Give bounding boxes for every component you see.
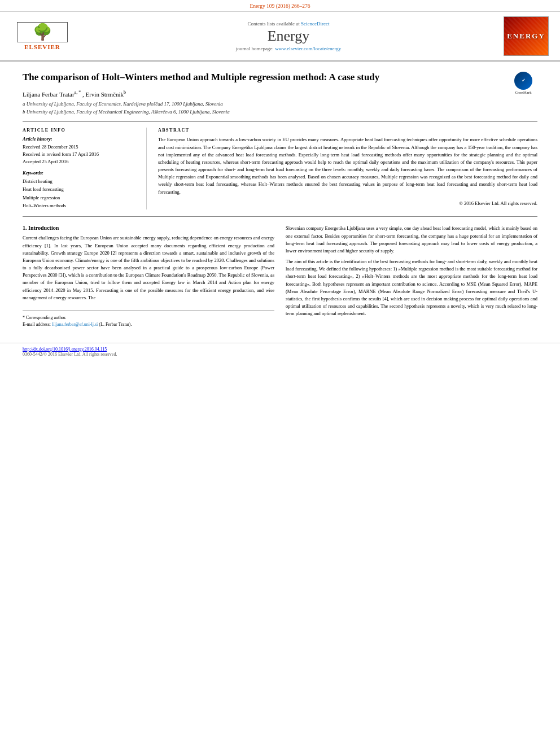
elsevier-wordmark: ELSEVIER	[24, 43, 60, 50]
journal-reference: Energy 109 (2016) 266–276	[250, 3, 310, 9]
keyword-1: District heating	[23, 177, 138, 185]
energy-logo-text: ENERGY	[507, 32, 545, 41]
affiliation-b: b University of Ljubljana, Faculty of Me…	[23, 108, 537, 116]
crossmark-icon: ✓	[514, 72, 532, 90]
affiliations: a University of Ljubljana, Faculty of Ec…	[23, 101, 537, 116]
abstract-text: The European Union approach towards a lo…	[158, 136, 537, 195]
intro-para-2: Slovenian company Energetika Ljubljana u…	[286, 225, 537, 255]
journal-reference-bar: Energy 109 (2016) 266–276	[0, 0, 560, 12]
abstract-column: ABSTRACT The European Union approach tow…	[158, 128, 537, 209]
body-col-left: 1. Introduction Current challenges facin…	[23, 225, 274, 328]
footnote-area: * Corresponding author. E-mail address: …	[23, 311, 274, 328]
article-title-area: The comparison of Holt–Winters method an…	[23, 71, 537, 84]
homepage-line: journal homepage: www.elsevier.com/locat…	[80, 46, 497, 51]
issn-line: 0360-5442/© 2016 Elsevier Ltd. All right…	[23, 352, 537, 357]
author-1-sup: a, *	[75, 90, 81, 95]
article-title-text: The comparison of Holt–Winters method an…	[23, 72, 379, 82]
contents-line: Contents lists available at ScienceDirec…	[80, 21, 497, 27]
keyword-3: Multiple regression	[23, 194, 138, 202]
keyword-2: Heat load forecasting	[23, 185, 138, 193]
footnote-email-link[interactable]: liljana.ferbar@ef.uni-lj.si	[52, 322, 98, 327]
crossmark-badge: ✓ CrossMark	[509, 71, 537, 96]
abstract-heading: ABSTRACT	[158, 128, 537, 133]
article-content: The comparison of Holt–Winters method an…	[0, 62, 560, 337]
intro-para-3: The aim of this article is the identific…	[286, 258, 537, 317]
info-abstract-section: ARTICLE INFO Article history: Received 2…	[23, 128, 537, 209]
sciencedirect-link[interactable]: ScienceDirect	[301, 21, 329, 27]
journal-title: Energy	[80, 28, 497, 45]
history-label: Article history:	[23, 136, 138, 142]
elsevier-logo-box: 🌳	[17, 22, 68, 42]
keywords-label: Keywords:	[23, 170, 138, 176]
intro-section-title: 1. Introduction	[23, 225, 274, 231]
body-area: 1. Introduction Current challenges facin…	[23, 225, 537, 328]
journal-header: 🌳 ELSEVIER Contents lists available at S…	[0, 12, 560, 62]
divider-2	[23, 216, 537, 217]
body-col-right: Slovenian company Energetika Ljubljana u…	[286, 225, 537, 328]
article-info-heading: ARTICLE INFO	[23, 128, 138, 133]
doi-anchor[interactable]: http://dx.doi.org/10.1016/j.energy.2016.…	[23, 347, 107, 352]
energy-logo: ENERGY	[504, 16, 549, 56]
page: Energy 109 (2016) 266–276 🌳 ELSEVIER Con…	[0, 0, 560, 747]
keyword-4: Holt–Winters methods	[23, 202, 138, 209]
homepage-link[interactable]: www.elsevier.com/locate/energy	[275, 46, 341, 51]
intro-para-1: Current challenges facing the European U…	[23, 234, 274, 302]
authors-line: Liljana Ferbar Tratara, * , Ervin Strmčn…	[23, 90, 537, 98]
crossmark-label: CrossMark	[515, 90, 531, 95]
elsevier-tree-icon: 🌳	[21, 24, 64, 40]
authors-separator: , Ervin Strmčnik	[82, 90, 124, 97]
body-columns: 1. Introduction Current challenges facin…	[23, 225, 537, 328]
elsevier-logo: 🌳 ELSEVIER	[11, 22, 73, 50]
author-1-name: Liljana Ferbar Tratar	[23, 90, 75, 97]
article-info-column: ARTICLE INFO Article history: Received 2…	[23, 128, 147, 209]
copyright-notice: © 2016 Elsevier Ltd. All rights reserved…	[158, 200, 537, 206]
received-date: Received 28 December 2015 Received in re…	[23, 143, 138, 165]
affiliation-a: a University of Ljubljana, Faculty of Ec…	[23, 101, 537, 108]
page-footer: http://dx.doi.org/10.1016/j.energy.2016.…	[0, 343, 560, 360]
journal-name-area: Contents lists available at ScienceDirec…	[80, 21, 497, 51]
keywords-list: District heating Heat load forecasting M…	[23, 177, 138, 210]
footnote-corresponding: * Corresponding author.	[23, 314, 274, 321]
footnote-email: E-mail address: liljana.ferbar@ef.uni-lj…	[23, 321, 274, 328]
divider-1	[23, 121, 537, 122]
doi-link: http://dx.doi.org/10.1016/j.energy.2016.…	[23, 347, 537, 352]
author-2-sup: b	[124, 90, 126, 95]
